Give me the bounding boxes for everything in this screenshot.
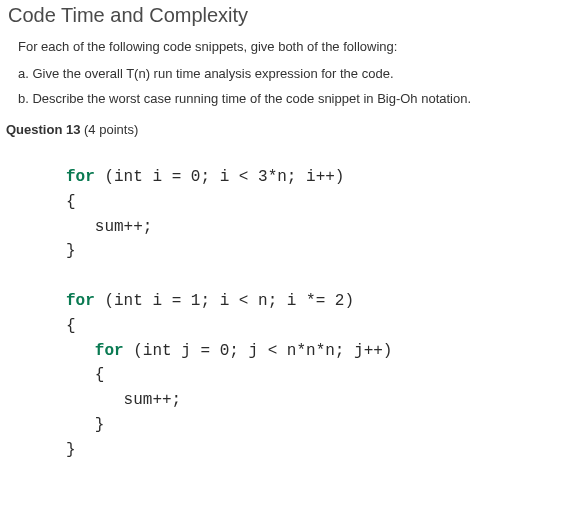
question-number: Question 13 <box>6 122 80 137</box>
code-line: sum++; <box>66 391 181 409</box>
question-points: (4 points) <box>80 122 138 137</box>
code-line: { <box>66 317 76 335</box>
page-title: Code Time and Complexity <box>8 4 553 27</box>
point-a: a. Give the overall T(n) run time analys… <box>18 66 553 81</box>
code-line: sum++; <box>66 218 152 236</box>
code-line: } <box>66 242 76 260</box>
keyword-for: for <box>66 292 95 310</box>
code-line: } <box>66 416 104 434</box>
code-line: } <box>66 441 76 459</box>
keyword-for: for <box>95 342 124 360</box>
point-b: b. Describe the worst case running time … <box>18 91 553 106</box>
code-blank <box>66 267 76 285</box>
code-pad <box>66 342 95 360</box>
intro-text: For each of the following code snippets,… <box>18 39 553 54</box>
question-header: Question 13 (4 points) <box>6 122 553 137</box>
document-page: Code Time and Complexity For each of the… <box>0 4 565 463</box>
keyword-for: for <box>66 168 95 186</box>
code-snippet: for (int i = 0; i < 3*n; i++) { sum++; }… <box>66 165 553 463</box>
code-line: (int j = 0; j < n*n*n; j++) <box>124 342 393 360</box>
code-line: { <box>66 193 76 211</box>
code-line: (int i = 1; i < n; i *= 2) <box>95 292 354 310</box>
code-line: { <box>66 366 104 384</box>
code-line: (int i = 0; i < 3*n; i++) <box>95 168 345 186</box>
